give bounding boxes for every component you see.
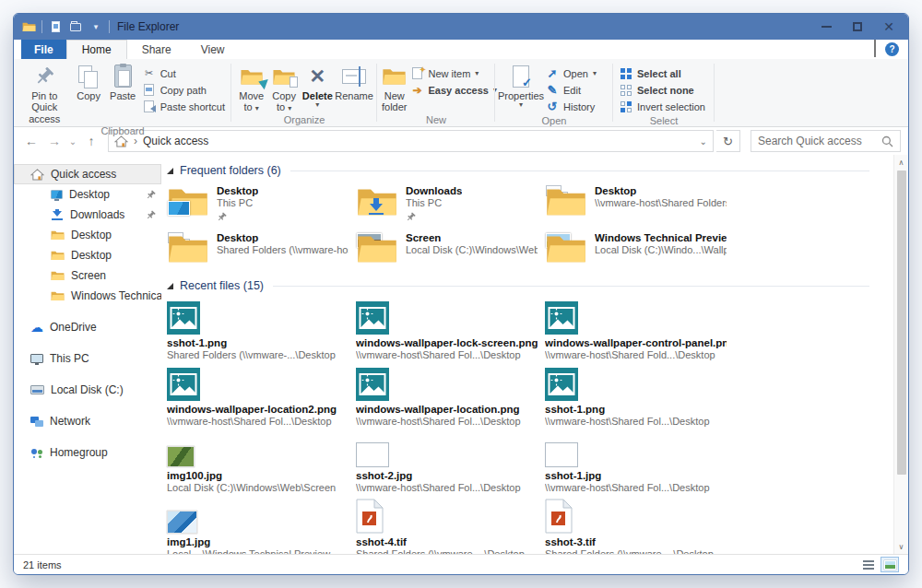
pin-to-quick-access-button[interactable]: Pin to Quick access [18, 61, 72, 124]
qat-new-folder-icon[interactable] [68, 19, 83, 34]
sidebar-item-desktop-2[interactable]: Desktop [14, 225, 161, 245]
desktop-folder-icon [167, 184, 209, 218]
vertical-scrollbar[interactable]: ∧ ∨ [893, 155, 908, 554]
folder-tile-desktop-shared[interactable]: Desktop \\vmware-host\Shared Folders [541, 182, 730, 225]
tab-file[interactable]: File [21, 40, 66, 59]
copy-path-icon [143, 84, 156, 96]
quick-access-toolbar: ▾ [21, 19, 110, 34]
scrollbar-thumb[interactable] [897, 171, 906, 475]
search-input[interactable] [758, 135, 881, 147]
file-tile[interactable]: sshot-3.tif Shared Folders (\\vmware-...… [541, 497, 730, 554]
thumbnails-view-button[interactable] [881, 557, 899, 572]
minimize-button[interactable] [812, 17, 840, 37]
file-tile[interactable]: img1.jpg Local ...\Windows Technical Pre… [163, 497, 352, 554]
copy-icon [78, 64, 99, 88]
sidebar-item-onedrive[interactable]: ☁ OneDrive [14, 317, 161, 337]
details-view-button[interactable] [859, 557, 878, 572]
sidebar-item-homegroup[interactable]: Homegroup [14, 442, 161, 463]
qat-customize-dropdown-icon[interactable]: ▾ [89, 19, 103, 34]
network-icon [30, 417, 43, 427]
new-folder-button[interactable]: New folder [381, 61, 408, 113]
address-dropdown-icon[interactable]: ⌄ [700, 136, 707, 147]
folder-tile-downloads[interactable]: Downloads This PC [352, 182, 541, 225]
disk-drive-icon [30, 385, 44, 394]
green-thumbnail-icon [167, 430, 349, 467]
sidebar-item-screen[interactable]: Screen [14, 265, 161, 286]
minimize-ribbon-button[interactable] [874, 41, 876, 58]
ribbon-group-clipboard: Pin to Quick access Copy Paste ✂ Cut [14, 59, 231, 126]
downloads-icon [51, 209, 64, 220]
file-tile[interactable]: windows-wallpaper-control-panel.png \\vm… [541, 298, 730, 361]
help-button[interactable]: ? [885, 42, 899, 56]
history-button[interactable]: ↺ History [543, 99, 599, 114]
qat-properties-icon[interactable] [48, 19, 63, 34]
invert-selection-button[interactable]: Invert selection [617, 99, 708, 114]
ribbon-group-open: ✓ Properties ▾ ➚ Open ▾ ✎ Edit ↺ [495, 59, 613, 126]
easy-access-button[interactable]: ➔ Easy access ▾ [408, 82, 500, 98]
paste-shortcut-button[interactable]: Paste shortcut [140, 99, 228, 114]
sidebar-item-local-disk-c[interactable]: Local Disk (C:) [14, 380, 161, 400]
move-to-button[interactable]: Move to ▾ [235, 61, 267, 113]
sidebar-item-desktop-pinned[interactable]: Desktop [14, 184, 161, 205]
search-box[interactable] [751, 130, 901, 152]
select-all-button[interactable]: Select all [617, 65, 708, 81]
sidebar-item-windows-technical-preview[interactable]: Windows Technical Preview [14, 286, 161, 306]
collapse-triangle-icon [167, 168, 173, 174]
folder-tile-windows-technical-preview[interactable]: Windows Technical Preview Local Disk (C:… [541, 229, 730, 272]
tab-home[interactable]: Home [66, 40, 127, 59]
file-tile[interactable]: windows-wallpaper-location.png \\vmware-… [352, 364, 541, 428]
sidebar-item-this-pc[interactable]: This PC [14, 348, 161, 369]
folder-tile-desktop-shared-2[interactable]: Desktop Shared Folders (\\vmware-host)..… [163, 229, 352, 272]
file-tile[interactable]: windows-wallpaper-lock-screen.png \\vmwa… [352, 298, 541, 361]
folder-tile-desktop-thispc[interactable]: Desktop This PC [163, 182, 352, 225]
file-tile[interactable]: sshot-1.png \\vmware-host\Shared Fol...\… [541, 364, 730, 428]
sidebar-item-network[interactable]: Network [14, 411, 161, 431]
scroll-down-arrow[interactable]: ∨ [894, 539, 908, 554]
sidebar-item-quick-access[interactable]: Quick access [14, 164, 161, 184]
explorer-app-icon[interactable] [21, 19, 36, 34]
file-tile[interactable]: sshot-2.jpg \\vmware-host\Shared Fol...\… [352, 430, 541, 494]
paste-button[interactable]: Paste [106, 61, 140, 101]
paste-icon [114, 64, 132, 88]
file-tile[interactable]: sshot-4.tif Shared Folders (\\vmware-...… [352, 497, 541, 554]
maximize-button[interactable] [844, 17, 871, 37]
rename-icon [342, 64, 366, 88]
copy-path-button[interactable]: Copy path [140, 82, 228, 98]
file-tile[interactable]: windows-wallpaper-location2.png \\vmware… [163, 364, 352, 428]
image-file-icon [167, 298, 349, 335]
file-tile[interactable]: sshot-1.png Shared Folders (\\vmware-...… [163, 298, 352, 361]
move-to-icon [240, 64, 264, 88]
group-label-clipboard: Clipboard [18, 124, 228, 139]
close-button[interactable]: ✕ [875, 17, 903, 37]
desktop-background: ▾ File Explorer ✕ File Home Share View ?… [0, 0, 922, 588]
copy-to-button[interactable]: Copy to ▾ [267, 61, 300, 113]
file-tile[interactable]: sshot-1.jpg \\vmware-host\Shared Fol...\… [541, 430, 730, 494]
section-rule [290, 171, 869, 171]
copy-to-icon [272, 64, 296, 88]
sidebar-item-downloads[interactable]: Downloads [14, 205, 161, 225]
open-button[interactable]: ➚ Open ▾ [543, 65, 599, 81]
section-header-frequent-folders[interactable]: Frequent folders (6) [167, 164, 869, 177]
shared-folder-icon [545, 184, 587, 218]
title-bar[interactable]: ▾ File Explorer ✕ [14, 14, 908, 40]
file-tile[interactable]: img100.jpg Local Disk (C:)\Windows\Web\S… [163, 430, 352, 494]
cut-button[interactable]: ✂ Cut [140, 65, 228, 81]
onedrive-cloud-icon: ☁ [30, 321, 43, 334]
select-none-button[interactable]: Select none [617, 82, 708, 98]
section-header-recent-files[interactable]: Recent files (15) [167, 279, 869, 292]
delete-button[interactable]: ✕ Delete ▾ [301, 61, 335, 109]
tab-share[interactable]: Share [127, 40, 186, 59]
scroll-up-arrow[interactable]: ∧ [894, 155, 908, 170]
history-icon: ↺ [546, 100, 559, 112]
copy-button[interactable]: Copy [72, 61, 106, 101]
folder-tile-screen[interactable]: Screen Local Disk (C:)\Windows\Web [352, 229, 541, 272]
rename-button[interactable]: Rename [335, 61, 373, 101]
properties-button[interactable]: ✓ Properties ▾ [499, 61, 543, 109]
sidebar-item-desktop-3[interactable]: Desktop [14, 245, 161, 265]
edit-button[interactable]: ✎ Edit [543, 82, 599, 98]
refresh-button[interactable]: ↻ [716, 130, 740, 152]
tab-view[interactable]: View [186, 40, 240, 59]
home-icon [30, 169, 44, 181]
new-item-button[interactable]: ✦ New item ▾ [408, 65, 500, 81]
image-file-icon [356, 364, 538, 401]
